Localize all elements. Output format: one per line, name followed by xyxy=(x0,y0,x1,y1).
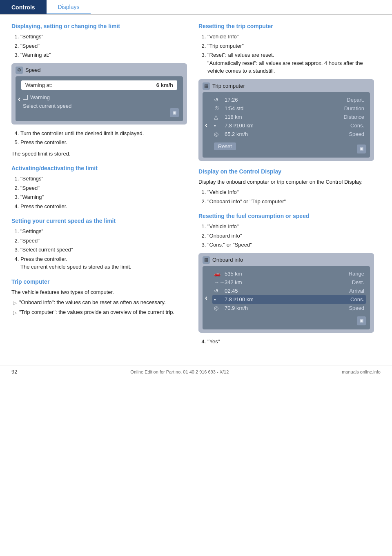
onboard-icon: ▦ xyxy=(203,256,210,264)
trip-row-speed: ◎ 65.2 km/h Speed xyxy=(214,130,364,138)
list-item: "Onboard info" xyxy=(207,232,374,240)
distance-label: Distance xyxy=(336,114,364,120)
onboard-row-speed: ◎ 70.9 km/h Speed xyxy=(214,304,364,312)
warning-menu-label: Warning xyxy=(30,94,50,100)
arrival-value: 02:45 xyxy=(225,288,336,294)
section-reset-fuel: Resetting the fuel consumption or speed … xyxy=(198,213,374,345)
distance-icon: △ xyxy=(214,114,222,120)
section-set-speed-limit-title: Setting your current speed as the limit xyxy=(11,218,187,224)
list-item: "Select current speed" xyxy=(20,246,187,254)
speed-screen-title: Speed xyxy=(25,67,41,73)
trip-screen-title: Trip computer xyxy=(212,83,245,89)
onboard-screen-button: ▣ xyxy=(357,316,366,325)
speed-icon: ⚙ xyxy=(16,67,23,74)
speed-limit-stored-note: The speed limit is stored. xyxy=(11,150,187,158)
screen-button-right: ▣ xyxy=(170,108,179,117)
trip-row-depart: ↺ 17:26 Depart. xyxy=(214,96,364,104)
onboard-nav-left-icon: ‹ xyxy=(205,294,207,302)
warning-bar: Warning at: 6 km/h xyxy=(21,80,177,90)
section-control-display: Display on the Control Display Display t… xyxy=(198,168,374,206)
trip-screen-wrapper: ‹ ↺ 17:26 Depart. ⏱ 1:54 std Duration xyxy=(203,92,370,158)
arrival-label: Arrival xyxy=(336,288,364,294)
checkbox-icon xyxy=(23,95,28,100)
section-reset-fuel-title: Resetting the fuel consumption or speed xyxy=(198,213,374,219)
section-set-speed-limit: Setting your current speed as the limit … xyxy=(11,218,187,271)
list-item: "Onboard info" or "Trip computer" xyxy=(207,198,374,206)
onboard-speed-label: Speed xyxy=(336,305,364,311)
reset-trip-steps: "Vehicle Info" "Trip computer" "Reset": … xyxy=(198,33,374,75)
range-label: Range xyxy=(336,271,364,277)
bullet-text-1: "Onboard info": the values can be reset … xyxy=(19,298,166,307)
onboard-cons-value: 7.8 l/100 km xyxy=(225,296,336,302)
distance-value: 118 km xyxy=(225,114,336,120)
onboard-speed-icon: ◎ xyxy=(214,305,223,311)
trip-screen-button: ▣ xyxy=(357,145,366,153)
warning-bar-label: Warning at: xyxy=(25,82,52,88)
duration-icon: ⏱ xyxy=(214,105,222,111)
speed-value: 65.2 km/h xyxy=(225,131,336,137)
footer-watermark: manuals online.info xyxy=(342,369,381,374)
section-trip-computer-intro: Trip computer The vehicle features two t… xyxy=(11,278,187,317)
onboard-screen-wrapper: ‹ 🚗 535 km Range →→ 342 km Dest. ↺ xyxy=(203,266,370,329)
section-activate-limit: Activating/deactivating the limit "Setti… xyxy=(11,165,187,210)
nav-left-icon: ‹ xyxy=(18,94,20,103)
reset-fuel-step4: "Yes" xyxy=(198,338,374,346)
displays-tab-label: Displays xyxy=(58,4,80,10)
onboard-row-dest: →→ 342 km Dest. xyxy=(214,278,364,287)
main-content: Displaying, setting or changing the limi… xyxy=(0,15,392,361)
displays-tab[interactable]: Displays xyxy=(47,0,91,14)
trip-nav-left-icon: ‹ xyxy=(205,120,207,129)
cons-label: Cons. xyxy=(336,122,364,129)
list-item: "Settings" xyxy=(20,227,187,236)
warning-bar-value: 6 km/h xyxy=(156,82,173,88)
list-item: Press the controller. The current vehicl… xyxy=(20,255,187,271)
list-item: "Vehicle Info" xyxy=(207,222,374,231)
section-display-limit: Displaying, setting or changing the limi… xyxy=(11,23,187,158)
list-item: "Warning at:" xyxy=(20,51,187,59)
onboard-screen: ‹ 🚗 535 km Range →→ 342 km Dest. ↺ xyxy=(203,266,370,329)
trip-screen: ‹ ↺ 17:26 Depart. ⏱ 1:54 std Duration xyxy=(203,92,370,158)
depart-label: Depart. xyxy=(336,97,364,103)
trip-screen-mockup: ▦ Trip computer ‹ ↺ 17:26 Depart. ⏱ 1:54 xyxy=(198,79,374,161)
list-item: "Yes" xyxy=(207,338,374,346)
trip-computer-bullets: ▷ "Onboard info": the values can be rese… xyxy=(11,298,187,316)
footer-copyright: Online Edition for Part no. 01 40 2 916 … xyxy=(130,369,229,374)
warning-menu-item: Warning xyxy=(21,93,177,102)
list-item: "Settings" xyxy=(20,33,187,41)
reset-button[interactable]: Reset xyxy=(214,142,236,150)
display-limit-steps-cont: Turn the controller until the desired li… xyxy=(11,129,187,147)
speed-screen-mockup: ⚙ Speed ‹ Warning at: 6 km/h Warning xyxy=(11,63,187,125)
auto-reset-note: "Automatically reset": all values are re… xyxy=(207,60,363,74)
duration-value: 1:54 std xyxy=(225,105,336,111)
section-display-limit-title: Displaying, setting or changing the limi… xyxy=(11,23,187,29)
control-display-intro: Display the onboard computer or trip com… xyxy=(198,178,374,186)
arrival-icon: ↺ xyxy=(214,288,223,294)
range-value: 535 km xyxy=(225,271,336,277)
trip-row-distance: △ 118 km Distance xyxy=(214,113,364,121)
list-item: Press the controller. xyxy=(20,202,187,211)
right-column: Resetting the trip computer "Vehicle Inf… xyxy=(198,23,374,353)
depart-icon: ↺ xyxy=(214,97,222,103)
page-footer: 92 Online Edition for Part no. 01 40 2 9… xyxy=(0,365,392,378)
dest-icon: →→ xyxy=(214,279,223,285)
list-item: "Cons." or "Speed" xyxy=(207,241,374,249)
list-item: "Settings" xyxy=(20,175,187,183)
onboard-screen-mockup: ▦ Onboard info ‹ 🚗 535 km Range →→ 342 xyxy=(198,253,374,333)
controls-tab-label: Controls xyxy=(11,4,35,11)
control-display-steps: "Vehicle Info" "Onboard info" or "Trip c… xyxy=(198,188,374,205)
dest-value: 342 km xyxy=(225,279,336,285)
speed-label: Speed xyxy=(336,131,364,137)
activate-limit-steps: "Settings" "Speed" "Warning" Press the c… xyxy=(11,175,187,210)
speed-screen-wrapper: ‹ Warning at: 6 km/h Warning Select curr… xyxy=(16,76,183,121)
section-control-display-title: Display on the Control Display xyxy=(198,168,374,175)
onboard-screen-title: Onboard info xyxy=(212,257,243,263)
list-item: "Warning" xyxy=(20,193,187,201)
display-limit-steps: "Settings" "Speed" "Warning at:" xyxy=(11,33,187,59)
section-reset-trip-title: Resetting the trip computer xyxy=(198,23,374,29)
onboard-speed-value: 70.9 km/h xyxy=(225,305,336,311)
set-speed-limit-steps: "Settings" "Speed" "Select current speed… xyxy=(11,227,187,271)
controls-tab[interactable]: Controls xyxy=(0,0,47,14)
onboard-cons-icon: ▪ xyxy=(214,296,223,302)
list-item: "Trip computer" xyxy=(207,42,374,50)
onboard-screen-title-bar: ▦ Onboard info xyxy=(203,256,370,264)
